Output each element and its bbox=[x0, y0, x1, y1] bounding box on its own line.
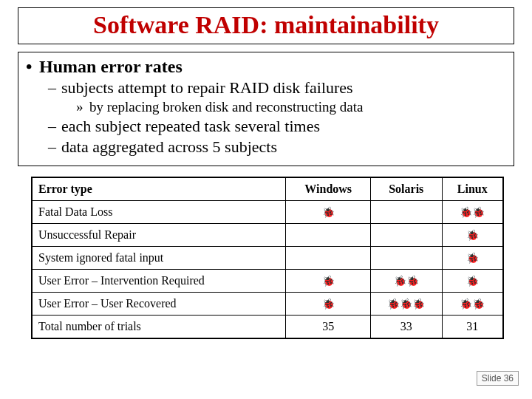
table-row: User Error – User Recovered🐞🐞🐞🐞🐞🐞 bbox=[32, 293, 503, 316]
bug-icon: 🐞 bbox=[466, 275, 479, 287]
cell-linux: 🐞🐞 bbox=[442, 201, 503, 224]
bullet-block: •Human error rates –subjects attempt to … bbox=[18, 52, 514, 166]
bug-icon: 🐞 bbox=[322, 298, 335, 310]
cell-linux: 🐞 bbox=[442, 224, 503, 247]
bug-icon: 🐞 bbox=[466, 229, 479, 242]
table-header-row: Error type Windows Solaris Linux bbox=[32, 177, 503, 201]
bug-icon: 🐞🐞 bbox=[394, 275, 419, 287]
cell-windows: 🐞 bbox=[286, 201, 371, 224]
cell-solaris bbox=[371, 201, 443, 224]
cell-solaris: 33 bbox=[371, 316, 443, 339]
table-row: Total number of trials353331 bbox=[32, 316, 503, 339]
slide-number: Slide 36 bbox=[477, 371, 519, 386]
cell-linux: 🐞 bbox=[442, 247, 503, 270]
bullet-level3: »by replacing broken disk and reconstruc… bbox=[76, 99, 506, 115]
bullet-text: subjects attempt to repair RAID disk fai… bbox=[61, 78, 353, 97]
bullet-text: each subject repeated task several times bbox=[61, 117, 320, 135]
bullet-text: data aggregated across 5 subjects bbox=[61, 137, 277, 156]
bug-icon: 🐞🐞🐞 bbox=[387, 298, 425, 310]
row-label: Fatal Data Loss bbox=[32, 201, 286, 224]
col-solaris: Solaris bbox=[371, 177, 443, 201]
col-linux: Linux bbox=[442, 177, 503, 201]
bullet-level1: •Human error rates bbox=[26, 57, 506, 77]
table-row: Fatal Data Loss🐞🐞🐞 bbox=[32, 201, 503, 224]
cell-solaris bbox=[371, 224, 443, 247]
row-label: User Error – User Recovered bbox=[32, 293, 286, 316]
bug-icon: 🐞🐞 bbox=[460, 206, 485, 219]
cell-windows: 🐞 bbox=[286, 270, 371, 293]
error-table: Error type Windows Solaris Linux Fatal D… bbox=[31, 177, 504, 339]
bullet-level2: –each subject repeated task several time… bbox=[48, 117, 506, 136]
row-label: User Error – Intervention Required bbox=[32, 270, 286, 293]
col-windows: Windows bbox=[286, 177, 371, 201]
cell-linux: 🐞🐞 bbox=[442, 293, 503, 316]
cell-windows bbox=[286, 247, 371, 270]
table-row: Unsuccessful Repair🐞 bbox=[32, 224, 503, 247]
cell-solaris: 🐞🐞🐞 bbox=[371, 293, 443, 316]
cell-solaris: 🐞🐞 bbox=[371, 270, 443, 293]
slide-title: Software RAID: maintainability bbox=[18, 7, 514, 44]
bug-icon: 🐞 bbox=[322, 275, 335, 287]
bullet-level2: –subjects attempt to repair RAID disk fa… bbox=[48, 78, 506, 98]
bullet-level2: –data aggregated across 5 subjects bbox=[48, 137, 506, 157]
cell-linux: 31 bbox=[442, 316, 503, 339]
cell-windows bbox=[286, 224, 371, 247]
row-label: System ignored fatal input bbox=[32, 247, 286, 270]
table-row: System ignored fatal input🐞 bbox=[32, 247, 503, 270]
row-label: Unsuccessful Repair bbox=[32, 224, 286, 247]
col-error-type: Error type bbox=[32, 177, 286, 201]
bug-icon: 🐞 bbox=[466, 252, 479, 265]
bug-icon: 🐞 bbox=[322, 206, 335, 219]
bug-icon: 🐞🐞 bbox=[460, 298, 485, 310]
bullet-text: by replacing broken disk and reconstruct… bbox=[89, 99, 363, 115]
cell-solaris bbox=[371, 247, 443, 270]
table-row: User Error – Intervention Required🐞🐞🐞🐞 bbox=[32, 270, 503, 293]
row-label: Total number of trials bbox=[32, 316, 286, 339]
cell-linux: 🐞 bbox=[442, 270, 503, 293]
cell-windows: 35 bbox=[286, 316, 371, 339]
cell-windows: 🐞 bbox=[286, 293, 371, 316]
bullet-text: Human error rates bbox=[39, 57, 183, 76]
